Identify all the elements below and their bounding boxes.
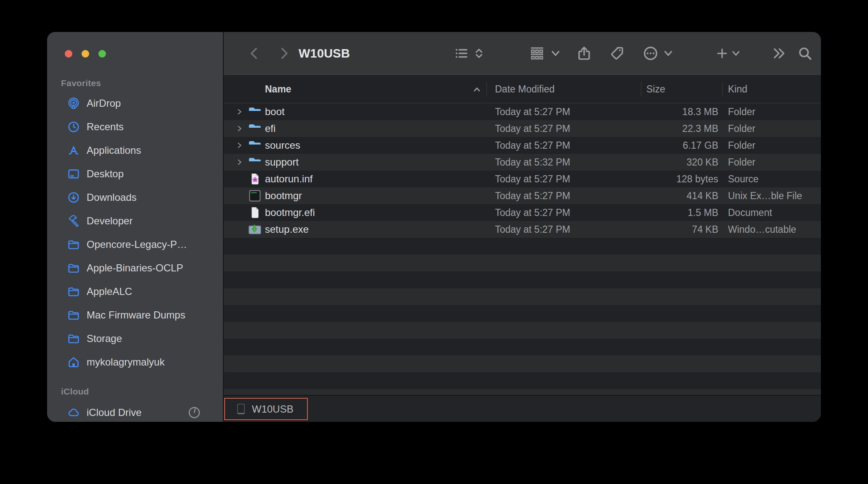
sidebar-item-apple-binaries-oclp[interactable]: Apple-Binaries-OCLP [57,256,214,280]
file-kind: Folder [728,137,755,154]
folder-outline-icon [67,332,80,345]
file-date-modified: Today at 5:27 PM [495,204,570,221]
column-header-kind[interactable]: Kind [728,75,747,103]
more-actions-button[interactable] [643,32,659,75]
sidebar-item-label: Recents [87,121,124,133]
file-kind: Windo…cutable [728,221,796,238]
file-name: bootmgr [265,187,302,204]
column-divider[interactable] [641,82,641,97]
chevron-right-icon [282,49,287,58]
file-row-support[interactable]: support Today at 5:32 PM 320 KB Folder [224,154,821,171]
path-item-highlighted[interactable]: W10USB [224,398,308,420]
add-chevron[interactable] [731,32,741,75]
sidebar-item-applealc[interactable]: AppleALC [57,280,214,303]
folder-outline-icon [67,285,80,298]
sidebar-item-label: Desktop [87,168,124,180]
sidebar-item-recents[interactable]: Recents [57,115,214,139]
toolbar-overflow-button[interactable] [771,32,786,75]
chevron-down-icon [733,52,739,55]
tag-icon [612,48,622,59]
file-kind: Source [728,171,759,187]
column-divider[interactable] [722,82,722,97]
disclosure-chevron-icon[interactable] [236,158,243,166]
file-size: 320 KB [615,154,718,171]
file-date-modified: Today at 5:27 PM [495,120,570,137]
sidebar-item-applications[interactable]: Applications [57,139,214,162]
download-icon [67,191,80,204]
sidebar-item-icloud-drive[interactable]: iCloud Drive [57,401,214,422]
sidebar-item-developer[interactable]: Developer [57,209,214,233]
sidebar-item-desktop[interactable]: Desktop [57,162,214,186]
cloud-icon [67,406,80,419]
column-header-size[interactable]: Size [646,75,665,103]
file-size: 74 KB [615,221,718,238]
folder-fill-icon [248,122,262,135]
sidebar-item-label: AirDrop [87,97,121,109]
column-header-date[interactable]: Date Modified [495,75,555,103]
file-size: 6.17 GB [615,137,718,154]
zoom-button[interactable] [98,50,106,58]
file-row-sources[interactable]: sources Today at 5:27 PM 6.17 GB Folder [224,137,821,154]
add-button[interactable] [716,32,728,75]
installer-icon [248,223,262,236]
folder-outline-icon [67,262,80,274]
sidebar-item-label: AppleALC [87,286,132,297]
path-bar: W10USB [224,395,821,422]
more-actions-chevron[interactable] [663,32,674,75]
group-chevron[interactable] [550,32,561,75]
more-ellipsis-icon [645,47,657,60]
sidebar-item-label: Developer [87,215,132,227]
folder-fill-icon [248,139,262,152]
group-button[interactable] [529,32,545,75]
file-row-boot[interactable]: boot Today at 5:27 PM 18.3 MB Folder [224,103,821,120]
file-kind: Folder [728,154,755,171]
home-icon [67,356,80,368]
file-row-efi[interactable]: efi Today at 5:27 PM 22.3 MB Folder [224,120,821,137]
plus-icon [718,49,726,58]
view-mode-chevrons[interactable] [473,32,485,75]
close-button[interactable] [65,50,72,58]
group-view-icon [532,48,543,59]
sidebar-item-opencore-legacy-pat-[interactable]: Opencore-Legacy-Pat… [57,233,214,256]
sidebar-item-storage[interactable]: Storage [57,327,214,350]
file-date-modified: Today at 5:27 PM [495,137,570,154]
column-header-name[interactable]: Name [265,75,291,103]
doc-icon [248,206,262,219]
sidebar-item-label: Downloads [87,192,137,203]
file-size: 18.3 MB [615,103,718,120]
folder-fill-icon [248,156,262,168]
folder-outline-icon [67,309,80,321]
updown-chevrons-icon [476,50,482,58]
back-button[interactable] [247,32,262,75]
file-date-modified: Today at 5:27 PM [495,221,570,238]
minimize-button[interactable] [82,50,89,58]
disclosure-chevron-icon[interactable] [236,125,243,132]
tag-button[interactable] [609,32,625,75]
path-item-label: W10USB [252,403,294,415]
disclosure-chevron-icon[interactable] [236,108,243,116]
share-button[interactable] [576,32,592,75]
file-row-setup-exe[interactable]: setup.exe Today at 5:27 PM 74 KB Windo…c… [224,221,821,238]
disclosure-chevron-icon[interactable] [236,142,243,149]
search-button[interactable] [797,32,812,75]
view-mode-button[interactable] [453,32,470,75]
file-name: autorun.inf [265,171,312,187]
sidebar-item-label: mykolagrymalyuk [87,356,164,368]
exec-icon [248,189,262,202]
file-size: 414 KB [615,187,718,204]
file-kind: Unix Ex…ble File [728,187,802,204]
column-header-row: Name Date Modified Size Kind [224,75,821,103]
sidebar-item-airdrop[interactable]: AirDrop [57,92,214,115]
file-row-bootmgr[interactable]: bootmgr Today at 5:27 PM 414 KB Unix Ex…… [224,187,821,204]
sidebar-item-mykolagrymalyuk[interactable]: mykolagrymalyuk [57,350,214,374]
sidebar-section-label: iCloud [61,387,89,397]
doc-flower-icon [248,173,262,185]
sidebar-item-downloads[interactable]: Downloads [57,186,214,209]
forward-button[interactable] [277,32,291,75]
file-row-autorun-inf[interactable]: autorun.inf Today at 5:27 PM 128 bytes S… [224,171,821,187]
file-date-modified: Today at 5:27 PM [495,171,570,187]
double-chevron-icon [775,49,784,58]
file-row-bootmgr-efi[interactable]: bootmgr.efi Today at 5:27 PM 1.5 MB Docu… [224,204,821,221]
sidebar-item-mac-firmware-dumps[interactable]: Mac Firmware Dumps [57,303,214,327]
column-divider[interactable] [487,82,487,97]
